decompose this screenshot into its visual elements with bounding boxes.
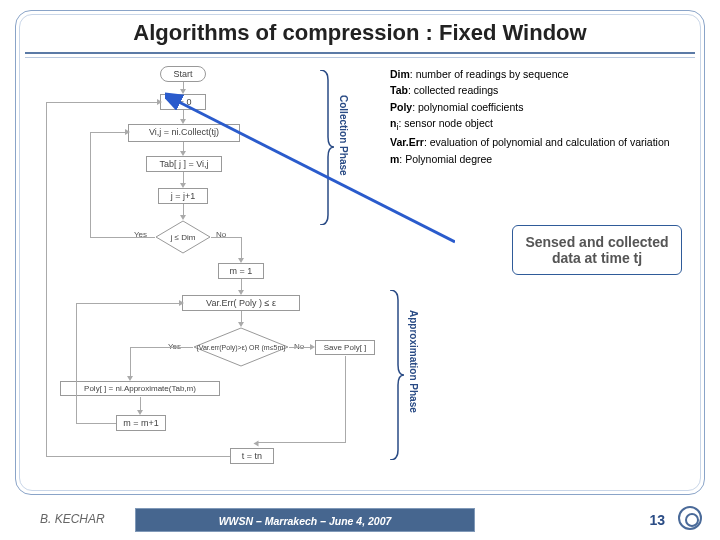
node-mpp: m = m+1	[116, 415, 166, 431]
legend-varerr: Var.Err: evaluation of polynomial and ca…	[390, 134, 690, 150]
node-savepoly: Save Poly[ ]	[315, 340, 375, 355]
page-number: 13	[649, 512, 665, 528]
node-tab: Tab[ j ] = Vi,j	[146, 156, 222, 172]
legend-ni: ni: sensor node object	[390, 115, 690, 135]
node-m1: m = 1	[218, 263, 264, 279]
legend-tab: Tab: collected readings	[390, 82, 690, 98]
node-tn: t = tn	[230, 448, 274, 464]
node-start: Start	[160, 66, 206, 82]
node-j0: j = 0	[160, 94, 206, 110]
node-cond-jdim: j ≤ Dim	[155, 220, 211, 254]
node-approximate: Poly[ ] = ni.Approximate(Tab,m)	[60, 381, 220, 396]
node-varerr: Var.Err( Poly ) ≤ ε	[182, 295, 300, 311]
footer-bar: WWSN – Marrakech – June 4, 2007	[135, 508, 475, 532]
footer-author: B. KECHAR	[40, 512, 105, 526]
node-cond-varerr: (Var.err(Poly)>ε) OR (m≤5m)	[193, 327, 289, 367]
brace-approximation	[388, 290, 404, 460]
slide-title: Algorithms of compression : Fixed Window	[0, 20, 720, 46]
phase-approximation-label: Approximation Phase	[408, 310, 419, 413]
node-collect: Vi,j = ni.Collect(tj)	[128, 124, 240, 142]
legend: Dim: number of readings by sequence Tab:…	[390, 66, 690, 167]
sensed-data-callout: Sensed and collected data at time tj	[512, 225, 682, 275]
legend-poly: Poly: polynomial coefficients	[390, 99, 690, 115]
legend-m: m: Polynomial degree	[390, 151, 690, 167]
phase-collection-label: Collection Phase	[338, 95, 349, 176]
corner-logo-icon	[678, 506, 702, 530]
node-jpp: j = j+1	[158, 188, 208, 204]
brace-collection	[318, 70, 334, 225]
footer-event: WWSN – Marrakech – June 4, 2007	[136, 509, 474, 533]
legend-dim: Dim: number of readings by sequence	[390, 66, 690, 82]
title-rule-1	[25, 52, 695, 54]
title-rule-2	[25, 57, 695, 58]
